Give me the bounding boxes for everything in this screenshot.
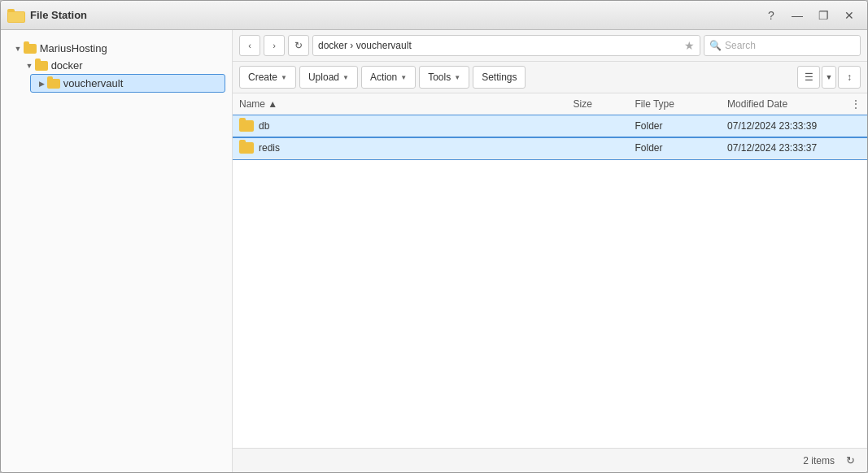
titlebar: File Station ? — ❐ ✕: [1, 1, 867, 30]
search-icon: 🔍: [709, 40, 722, 51]
table-header: Name ▲ Size File Type Modified Date: [233, 93, 867, 115]
sidebar-item-mariushosting[interactable]: ▼ MariusHosting: [7, 40, 225, 57]
sidebar-root: ▼ MariusHosting ▼ docker: [1, 37, 232, 96]
col-header-more[interactable]: ⋮: [844, 93, 867, 115]
action-dropdown-arrow: ▼: [400, 74, 407, 81]
back-button[interactable]: ‹: [239, 35, 260, 56]
sort-button[interactable]: ↕: [838, 66, 861, 89]
window-controls: ? — ❐ ✕: [760, 6, 861, 25]
create-button[interactable]: Create ▼: [239, 66, 296, 89]
cell-date: 07/12/2024 23:33:37: [721, 137, 844, 159]
search-bar[interactable]: 🔍 Search: [704, 35, 861, 56]
path-bar[interactable]: docker › vouchervault ★: [312, 35, 700, 56]
file-table-area: Name ▲ Size File Type Modified Date: [233, 93, 867, 448]
sidebar-item-vouchervault[interactable]: ▶ vouchervault: [30, 74, 225, 93]
collapse-toggle-docker[interactable]: ▼: [24, 60, 35, 72]
tools-button[interactable]: Tools ▼: [419, 66, 469, 89]
cell-type: Folder: [628, 115, 721, 137]
content-area: ‹ › ↻ docker › vouchervault ★ 🔍 Search C…: [233, 30, 867, 472]
cell-type: Folder: [628, 137, 721, 159]
sidebar-label-docker: docker: [51, 59, 83, 72]
cell-size: [566, 137, 628, 159]
sidebar-group-vouchervault: ▶ vouchervault: [19, 74, 225, 93]
path-text: docker › vouchervault: [318, 40, 412, 51]
list-view-dropdown[interactable]: ▼: [822, 66, 836, 89]
cell-more: [844, 137, 867, 159]
help-button[interactable]: ?: [760, 6, 783, 25]
items-count: 2 items: [803, 455, 835, 466]
sidebar-group-docker: ▼ docker ▶ vouchervault: [7, 57, 225, 93]
upload-label: Upload: [308, 72, 339, 83]
sidebar-label-mariushosting: MariusHosting: [40, 42, 107, 54]
folder-icon-redis: [239, 142, 254, 154]
svg-rect-2: [8, 12, 24, 22]
cell-name: db: [233, 115, 566, 137]
settings-label: Settings: [482, 72, 517, 83]
cell-size: [566, 115, 628, 137]
col-header-file-type: File Type: [628, 93, 721, 115]
favorite-star-icon[interactable]: ★: [684, 39, 695, 52]
create-label: Create: [248, 72, 277, 83]
view-controls: ☰ ▼ ↕: [797, 66, 861, 89]
table-body: db Folder 07/12/2024 23:33:39: [233, 115, 867, 159]
search-placeholder: Search: [725, 40, 756, 51]
create-dropdown-arrow: ▼: [281, 74, 287, 81]
minimize-button[interactable]: —: [786, 6, 809, 25]
table-row[interactable]: db Folder 07/12/2024 23:33:39: [233, 115, 867, 137]
tools-dropdown-arrow: ▼: [454, 74, 460, 81]
sidebar-item-docker[interactable]: ▼ docker: [19, 57, 225, 74]
col-header-size: Size: [566, 93, 628, 115]
cell-more: [844, 115, 867, 137]
tools-label: Tools: [428, 72, 451, 83]
collapse-toggle-mariushosting[interactable]: ▼: [12, 43, 24, 54]
col-header-modified-date: Modified Date: [721, 93, 844, 115]
upload-dropdown-arrow: ▼: [342, 74, 349, 81]
sidebar-label-vouchervault: vouchervault: [63, 77, 124, 89]
cell-date: 07/12/2024 23:33:39: [721, 115, 844, 137]
refresh-button[interactable]: ↻: [288, 35, 309, 56]
close-button[interactable]: ✕: [838, 6, 861, 25]
file-station-window: File Station ? — ❐ ✕ ▼ MariusHosting: [0, 0, 868, 473]
toggle-vouchervault[interactable]: ▶: [36, 78, 47, 89]
main-layout: ▼ MariusHosting ▼ docker: [1, 30, 867, 472]
action-button[interactable]: Action ▼: [361, 66, 416, 89]
toolbar: ‹ › ↻ docker › vouchervault ★ 🔍 Search: [233, 30, 867, 62]
folder-icon-vouchervault: [47, 79, 60, 89]
statusbar: 2 items ↻: [233, 448, 867, 472]
list-view-button[interactable]: ☰: [797, 66, 820, 89]
forward-button[interactable]: ›: [264, 35, 285, 56]
sidebar: ▼ MariusHosting ▼ docker: [1, 30, 233, 472]
folder-icon-db: [239, 120, 254, 132]
cell-name: redis: [233, 137, 566, 159]
app-icon: [7, 7, 25, 24]
file-table: Name ▲ Size File Type Modified Date: [233, 93, 867, 159]
settings-button[interactable]: Settings: [473, 66, 526, 89]
actionbar: Create ▼ Upload ▼ Action ▼ Tools ▼ Setti…: [233, 62, 867, 93]
restore-button[interactable]: ❐: [812, 6, 835, 25]
folder-icon-docker: [35, 61, 48, 71]
folder-icon: [24, 44, 37, 54]
action-label: Action: [370, 72, 397, 83]
table-row[interactable]: redis Folder 07/12/2024 23:33:37: [233, 137, 867, 159]
col-header-name[interactable]: Name ▲: [233, 93, 566, 115]
upload-button[interactable]: Upload ▼: [299, 66, 358, 89]
window-title: File Station: [30, 9, 760, 21]
status-refresh-button[interactable]: ↻: [841, 452, 859, 470]
